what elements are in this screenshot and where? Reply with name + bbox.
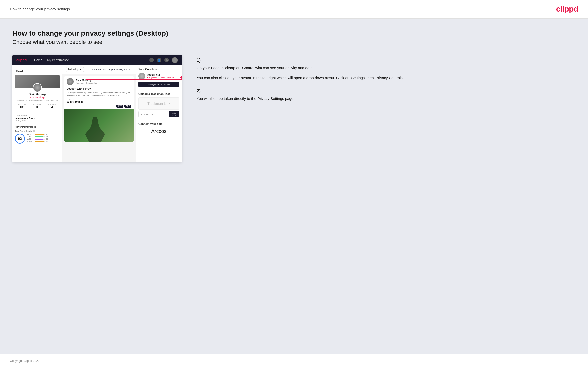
metric-row: APP 85: [27, 136, 60, 138]
connect-title: Connect your data: [138, 122, 179, 125]
feed-tab[interactable]: Feed: [12, 68, 62, 75]
profile-avatar: [33, 83, 42, 92]
player-performance: Player Performance Total Player Quality …: [12, 124, 62, 146]
chevron-down-icon: ▼: [79, 68, 82, 71]
quality-label: Total Player Quality i: [15, 130, 60, 132]
metric-bar: [35, 139, 43, 140]
step2-text: You will then be taken directly to the P…: [197, 96, 576, 102]
info-icon: i: [33, 130, 35, 132]
coach-info: David Ford ● Royal North Devon Golf Club: [147, 74, 174, 79]
stat-followers-label: Followers: [33, 103, 41, 105]
post-card: Blair McHarg Yesterday · Sunningdale Les…: [64, 76, 134, 142]
post-badges: OTT APP: [64, 105, 134, 109]
control-privacy-link[interactable]: Control who can see your activity and da…: [90, 68, 132, 71]
add-link-button[interactable]: Add Link: [169, 111, 179, 117]
latest-activity: Latest Activity Lesson with Fordy 03 Aug…: [12, 112, 62, 124]
step1-text2: You can also click on your avatar in the…: [197, 75, 576, 81]
metric-label: PUTT: [27, 140, 34, 142]
trackman-placeholder: Trackman Link: [138, 97, 179, 110]
coach-item: David Ford ● Royal North Devon Golf Club: [138, 73, 179, 80]
profile-card: Blair McHarg Plus Handicap Royal North D…: [12, 75, 62, 112]
globe-icon[interactable]: ◎: [164, 58, 169, 62]
nav-icons: ☌ 👤 ◎: [149, 57, 178, 63]
perf-title: Player Performance: [15, 126, 60, 128]
nav-performance[interactable]: My Performance: [47, 58, 69, 62]
profile-stats: Activities 131 Followers 3 Following 4: [15, 103, 60, 109]
location-icon: ●: [147, 76, 148, 79]
user-icon[interactable]: 👤: [157, 58, 161, 62]
metric-bar-bg: [35, 141, 45, 142]
metric-bar-bg: [35, 136, 45, 137]
profile-banner: [15, 75, 60, 88]
metric-value: 85: [46, 136, 48, 138]
search-icon[interactable]: ☌: [149, 58, 154, 62]
step2-number: 2): [197, 88, 576, 94]
step1-text1: On your Feed, click/tap on 'Control who …: [197, 65, 576, 71]
copyright-text: Copyright Clippd 2022: [10, 359, 40, 363]
user-avatar-nav[interactable]: [172, 57, 178, 63]
metric-label: OTT: [27, 134, 34, 135]
step1-number: 1): [197, 58, 576, 63]
top-bar: How to change your privacy settings clip…: [0, 0, 588, 19]
coaches-section: Your Coaches David Ford ● Royal North De…: [136, 65, 182, 90]
post-author-info: Blair McHarg Yesterday · Sunningdale: [76, 79, 97, 84]
post-author-meta: Yesterday · Sunningdale: [76, 82, 97, 84]
footer: Copyright Clippd 2022: [0, 354, 588, 367]
profile-handicap: Plus Handicap: [15, 96, 60, 99]
instruction-1: 1) On your Feed, click/tap on 'Control w…: [197, 58, 576, 81]
latest-name: Lesson with Fordy: [15, 117, 60, 119]
feed-header: Following ▼ Control who can see your act…: [62, 65, 136, 74]
performance-details: 92 OTT 90 APP 85 ARG 86 PUTT 9: [15, 134, 60, 144]
coach-club: ● Royal North Devon Golf Club: [147, 76, 174, 79]
app-body: Feed Blair McHarg Plus Handicap Royal No…: [12, 65, 182, 162]
page-heading: How to change your privacy settings (Des…: [12, 29, 576, 37]
main-content: How to change your privacy settings (Des…: [0, 19, 588, 354]
metric-bar: [35, 134, 44, 135]
metric-value: 96: [46, 140, 48, 142]
metric-label: ARG: [27, 138, 34, 140]
metric-bar: [35, 136, 43, 137]
arccos-logo: Arccos: [138, 127, 179, 136]
manage-coaches-button[interactable]: Manage Your Coaches: [138, 82, 179, 87]
latest-date: 03 Aug 2022: [15, 119, 60, 122]
stat-activities-value: 131: [18, 105, 26, 109]
stat-following-label: Following: [48, 103, 56, 105]
following-button[interactable]: Following ▼: [66, 67, 84, 72]
page-breadcrumb: How to change your privacy settings: [10, 7, 70, 11]
metric-bar-bg: [35, 134, 45, 135]
latest-label: Latest Activity: [15, 114, 60, 116]
metric-value: 90: [46, 134, 48, 135]
trackman-input[interactable]: [138, 111, 168, 117]
app-logo: clippd: [16, 58, 27, 62]
stat-following-value: 4: [48, 105, 56, 109]
coaches-title: Your Coaches: [138, 68, 179, 71]
metric-row: ARG 86: [27, 138, 60, 140]
stat-following: Following 4: [48, 103, 56, 109]
metrics-list: OTT 90 APP 85 ARG 86 PUTT 96: [27, 134, 60, 142]
metric-label: APP: [27, 136, 34, 138]
coach-avatar: [138, 73, 145, 80]
app-feed: Following ▼ Control who can see your act…: [62, 65, 136, 162]
post-body: Looking to feel like my hands are exitin…: [64, 91, 134, 98]
app-screenshot: clippd Home My Performance ☌ 👤 ◎ Feed: [12, 55, 182, 162]
app-right-panel: Your Coaches David Ford ● Royal North De…: [136, 65, 182, 162]
profile-name: Blair McHarg: [15, 93, 60, 96]
coach-name: David Ford: [147, 74, 174, 76]
nav-home[interactable]: Home: [34, 58, 42, 62]
post-header: Blair McHarg Yesterday · Sunningdale: [64, 76, 134, 87]
post-duration: Duration 01 hr : 30 min: [64, 98, 134, 105]
profile-club: Royal North Devon Golf Club, United King…: [15, 99, 60, 101]
duration-value: 01 hr : 30 min: [67, 100, 83, 103]
app-sidebar: Feed Blair McHarg Plus Handicap Royal No…: [12, 65, 62, 162]
ott-badge: OTT: [116, 105, 123, 108]
page-subheading: Choose what you want people to see: [12, 39, 576, 45]
post-author-avatar: [67, 78, 74, 85]
quality-score: 92: [15, 134, 25, 144]
trackman-title: Upload a Trackman Test: [138, 92, 179, 95]
stat-activities-label: Activities: [18, 103, 26, 105]
instructions-panel: 1) On your Feed, click/tap on 'Control w…: [192, 55, 576, 109]
metric-row: PUTT 96: [27, 140, 60, 142]
stat-followers-value: 3: [33, 105, 41, 109]
content-grid: clippd Home My Performance ☌ 👤 ◎ Feed: [12, 55, 576, 162]
stat-activities: Activities 131: [18, 103, 26, 109]
